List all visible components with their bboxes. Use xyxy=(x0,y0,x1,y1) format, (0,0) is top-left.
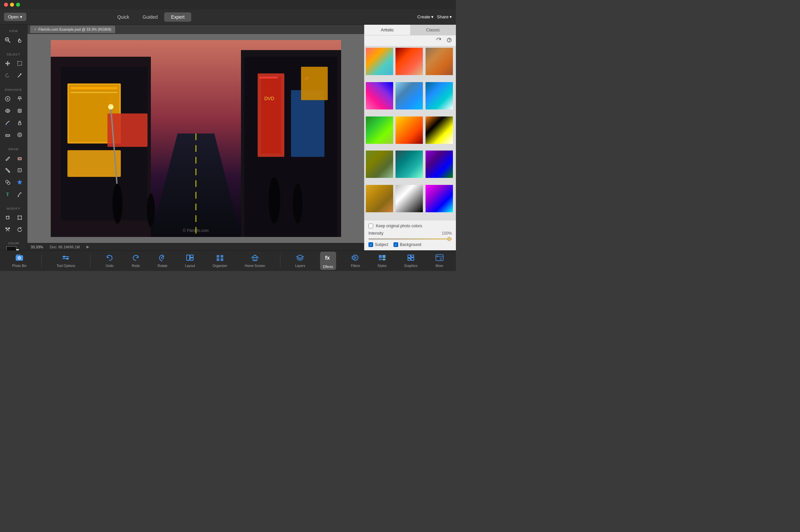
guided-mode-tab[interactable]: Guided xyxy=(136,12,164,22)
tab-close-button[interactable]: × xyxy=(34,27,36,32)
lasso-tool[interactable] xyxy=(2,70,13,81)
create-button[interactable]: Create ▾ xyxy=(417,14,434,19)
svg-point-61 xyxy=(113,184,122,224)
foreground-color-swatch[interactable] xyxy=(6,246,16,250)
stamp-tool[interactable] xyxy=(14,117,25,128)
artwork-item-10[interactable] xyxy=(396,151,423,178)
photo-bin-button[interactable]: Photo Bin xyxy=(9,253,29,269)
blur-tool[interactable] xyxy=(14,106,25,116)
clone-tool[interactable] xyxy=(2,177,13,188)
svg-text:2F: 2F xyxy=(304,76,309,81)
paint-tool[interactable] xyxy=(2,117,13,128)
svg-line-1 xyxy=(8,41,10,42)
layers-button[interactable]: Layers xyxy=(292,253,308,269)
artwork-item-7[interactable] xyxy=(396,116,423,144)
subject-checkbox-label[interactable]: ✓ Subject xyxy=(368,242,388,247)
filters-button[interactable]: Filters xyxy=(348,253,362,269)
rotate-tool[interactable] xyxy=(14,224,25,235)
svg-point-74 xyxy=(66,258,69,260)
enhance-tools-row2 xyxy=(2,106,25,116)
layout-icon xyxy=(186,254,194,263)
artwork-grid xyxy=(364,46,456,220)
artwork-item-14[interactable] xyxy=(425,185,453,212)
magic-wand-tool[interactable] xyxy=(14,70,25,81)
crop-tool[interactable] xyxy=(2,212,13,223)
artwork-item-12[interactable] xyxy=(366,185,393,212)
undo-button[interactable]: Undo xyxy=(102,253,116,269)
filters-icon xyxy=(351,254,360,263)
shape-tool[interactable] xyxy=(14,165,25,175)
artwork-item-5[interactable] xyxy=(425,82,453,110)
eraser-tool[interactable] xyxy=(2,130,13,140)
background-checkbox[interactable]: ✓ xyxy=(394,242,398,247)
right-panel: Artistic Classic ? xyxy=(364,25,456,250)
organizer-button[interactable]: Organizer xyxy=(210,253,230,269)
tool-options-button[interactable]: Tool Options xyxy=(54,253,78,269)
layout-button[interactable]: Layout xyxy=(182,253,197,269)
hand-tool[interactable] xyxy=(14,35,25,45)
draw-eraser-tool[interactable] xyxy=(14,153,25,164)
keep-original-label[interactable]: Keep original photo colors xyxy=(376,224,422,228)
artistic-tab[interactable]: Artistic xyxy=(364,25,410,35)
svg-rect-93 xyxy=(408,255,411,258)
color-swatches[interactable] xyxy=(6,246,21,250)
refresh-button[interactable] xyxy=(435,37,442,45)
subject-checkbox[interactable]: ✓ xyxy=(368,242,373,247)
draw-tools-row4: T xyxy=(2,189,25,200)
open-button[interactable]: Open ▾ xyxy=(4,13,26,21)
artwork-item-3[interactable] xyxy=(366,82,393,110)
artwork-item-6[interactable] xyxy=(366,116,393,144)
svg-rect-48 xyxy=(68,150,121,177)
help-button[interactable]: ? xyxy=(445,37,453,45)
artwork-item-13[interactable] xyxy=(396,185,423,212)
scissors-tool[interactable] xyxy=(2,224,13,235)
redo-button[interactable]: Redo xyxy=(129,253,143,269)
artwork-item-1[interactable] xyxy=(396,48,423,75)
svg-rect-94 xyxy=(408,258,411,260)
expert-mode-tab[interactable]: Expert xyxy=(164,12,191,22)
artwork-item-11[interactable] xyxy=(425,151,453,178)
slider-thumb[interactable] xyxy=(447,237,451,241)
home-screen-label: Home Screen xyxy=(245,264,265,268)
share-button[interactable]: Share ▾ xyxy=(437,14,452,19)
texture-tool[interactable] xyxy=(14,130,25,140)
background-checkbox-label[interactable]: ✓ Background xyxy=(394,242,421,247)
close-button[interactable] xyxy=(4,3,8,7)
add-tool[interactable] xyxy=(2,93,13,104)
artwork-item-2[interactable] xyxy=(425,48,453,75)
image-content: とんこつ DVD 2F xyxy=(51,40,341,237)
intensity-slider[interactable] xyxy=(368,238,452,240)
document-tab[interactable]: × FileInfo.com Example.psd @ 33.3% (RGB/… xyxy=(30,26,115,33)
svg-rect-100 xyxy=(440,258,442,259)
quick-mode-tab[interactable]: Quick xyxy=(111,12,136,22)
more-button[interactable]: More xyxy=(433,253,446,269)
move-tool[interactable] xyxy=(2,58,13,69)
classic-tab[interactable]: Classic xyxy=(410,25,456,35)
panel-toolbar: ? xyxy=(364,35,456,46)
keep-original-checkbox[interactable] xyxy=(368,224,373,228)
healing-tool[interactable] xyxy=(14,93,25,104)
paint-bucket-tool[interactable] xyxy=(2,165,13,175)
effects-button[interactable]: fx Effects xyxy=(320,252,336,270)
styles-button[interactable]: Styles xyxy=(375,253,389,269)
transform-tool[interactable] xyxy=(14,212,25,223)
artwork-item-0[interactable] xyxy=(366,48,393,75)
minimize-button[interactable] xyxy=(10,3,14,7)
pencil-tool[interactable] xyxy=(2,153,13,164)
home-screen-button[interactable]: Home Screen xyxy=(242,253,268,269)
marquee-tool[interactable] xyxy=(14,58,25,69)
graphics-button[interactable]: Graphics xyxy=(401,253,420,269)
zoom-tool[interactable] xyxy=(2,35,13,45)
maximize-button[interactable] xyxy=(16,3,20,7)
rotate-button[interactable]: Rotate xyxy=(155,253,170,269)
artwork-item-9[interactable] xyxy=(366,151,393,178)
chevron-down-icon: ▾ xyxy=(20,14,22,19)
type-tool[interactable]: T xyxy=(2,189,13,200)
artwork-item-8[interactable] xyxy=(425,116,453,144)
undo-label: Undo xyxy=(106,264,113,268)
star-tool[interactable] xyxy=(14,177,25,188)
effects-icon: fx xyxy=(323,253,334,264)
eye-tool[interactable] xyxy=(2,106,13,116)
artwork-item-4[interactable] xyxy=(396,82,423,110)
brush-tool[interactable] xyxy=(14,189,25,200)
